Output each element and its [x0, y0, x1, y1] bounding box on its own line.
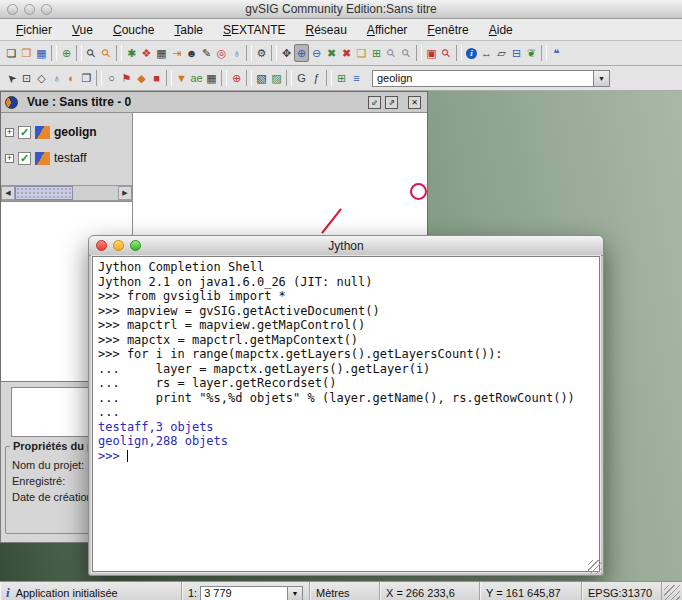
center-view-button[interactable]: ◎	[214, 44, 229, 62]
open-project-button[interactable]: ❐	[19, 44, 34, 62]
toolbar-button-icon: ❦	[527, 48, 536, 59]
Réseau[interactable]: Réseau	[295, 20, 356, 40]
toolbar-button-icon: ⚙	[257, 48, 267, 59]
export-image-button[interactable]: ▦	[154, 44, 169, 62]
layers-stack-button[interactable]: ⊞	[369, 44, 384, 62]
SEXTANTE[interactable]: SEXTANTE	[213, 20, 295, 40]
edit-table-button[interactable]: ▦	[204, 69, 219, 87]
toolbar-separator	[246, 45, 252, 61]
scrollbar-thumb[interactable]	[15, 186, 73, 200]
select-rectangle-button[interactable]: ⊡	[19, 69, 34, 87]
toolbar-separator	[326, 70, 332, 86]
locator-crosshair-button[interactable]: ⊕	[229, 69, 244, 87]
script-console-button[interactable]: ƒ	[309, 69, 324, 87]
measure-distance-button[interactable]: ↔	[479, 44, 494, 62]
filter-button[interactable]: ▼	[174, 69, 189, 87]
edit-note-button[interactable]: ✎	[199, 44, 214, 62]
select-layer-button[interactable]: ♁	[49, 69, 64, 87]
zoom-extent-button[interactable]: ✖	[324, 44, 339, 62]
toolbar-separator	[116, 45, 122, 61]
Fenêtre[interactable]: Fenêtre	[417, 20, 478, 40]
vector-tool-button[interactable]: ▨	[269, 69, 284, 87]
sextante-toolbox-button[interactable]: ✱	[124, 44, 139, 62]
toolbar-button-icon: ◎	[217, 48, 227, 59]
raster-tool-button[interactable]: ▧	[254, 69, 269, 87]
scroll-right-icon[interactable]: ▶	[118, 186, 132, 200]
zoom-out-button[interactable]: ⊖	[309, 44, 324, 62]
Aide[interactable]: Aide	[479, 20, 523, 40]
layer-visibility-checkbox[interactable]: ✓	[18, 126, 31, 139]
flag-tool-button[interactable]: ⚑	[119, 69, 134, 87]
zoom-manager-button[interactable]: ⚲	[99, 44, 114, 62]
jython-shell-console[interactable]: Jython Completion Shell Jython 2.1 on ja…	[92, 256, 600, 572]
zoom-pointer-button[interactable]: ⚲	[384, 44, 399, 62]
georeferencing-button[interactable]: G	[294, 69, 309, 87]
layer-visibility-button[interactable]: ❏	[354, 44, 369, 62]
toolbar-button-icon: ⊟	[512, 48, 521, 59]
window-title: gvSIG Community Edition:Sans titre	[0, 2, 682, 16]
save-project-button[interactable]: ▦	[34, 44, 49, 62]
combobox-dropdown-icon[interactable]: ▼	[593, 71, 609, 86]
statusbar-resize-grip[interactable]	[664, 585, 680, 600]
Afficher[interactable]: Afficher	[357, 20, 417, 40]
frame-view-button[interactable]: ▣	[424, 44, 439, 62]
overview-map-button[interactable]: ⊟	[509, 44, 524, 62]
tree-expander-icon[interactable]: +	[5, 128, 14, 137]
zoom-all-button[interactable]: ⚲	[399, 44, 414, 62]
toolbar-separator	[541, 45, 547, 61]
window-panel-button[interactable]: ❐	[79, 69, 94, 87]
geoprocessing-button[interactable]: ❖	[139, 44, 154, 62]
Vue[interactable]: Vue	[62, 20, 103, 40]
Couche[interactable]: Couche	[103, 20, 164, 40]
vue-minimize-button[interactable]: ⇙	[368, 96, 381, 109]
projection-segment[interactable]: EPSG:31370	[582, 582, 662, 600]
color-square-button[interactable]: ■	[149, 69, 164, 87]
Fichier[interactable]: Fichier	[6, 20, 62, 40]
layer-visibility-checkbox[interactable]: ✓	[18, 152, 31, 165]
toolbar-button-icon: ⊞	[372, 48, 381, 59]
new-document-button[interactable]: ❏	[4, 44, 19, 62]
toolbar-button-icon: ✎	[202, 48, 211, 59]
circle-tool-button[interactable]: ○	[104, 69, 119, 87]
select-pointer-button[interactable]: ➤	[4, 69, 19, 87]
scale-value-input[interactable]: 3 779	[200, 586, 288, 600]
window-resize-grip[interactable]	[588, 560, 602, 574]
scrollbar-track[interactable]	[15, 186, 118, 200]
vue-maximize-button[interactable]: ⇗	[385, 96, 398, 109]
jython-titlebar[interactable]: Jython	[89, 236, 603, 256]
alphanumeric-button[interactable]: ae	[189, 69, 204, 87]
add-layer-button[interactable]: ⊕	[59, 44, 74, 62]
scale-dropdown-icon[interactable]: ▼	[288, 586, 303, 600]
zoom-object-button[interactable]: ⚲	[439, 44, 454, 62]
preferences-button[interactable]: ⚙	[254, 44, 269, 62]
export-button[interactable]: ⇥	[169, 44, 184, 62]
toc-horizontal-scrollbar[interactable]: ◀ ▶	[1, 185, 132, 201]
select-polygon-button[interactable]: ◇	[34, 69, 49, 87]
zoom-back-button[interactable]: ✖	[339, 44, 354, 62]
tree-expander-icon[interactable]: +	[5, 154, 14, 163]
vue-close-button[interactable]: ✕	[408, 96, 421, 109]
jython-window[interactable]: Jython Jython Completion Shell Jython 2.…	[88, 235, 604, 576]
vue-window-titlebar[interactable]: Vue : Sans titre - 0 ⇙ ⇗ ✕	[1, 92, 427, 113]
refresh-view-button[interactable]: ◐	[64, 69, 79, 87]
measure-area-button[interactable]: ▱	[494, 44, 509, 62]
annotation-button[interactable]: ☻	[184, 44, 199, 62]
toolbar-button-icon: ▦	[156, 48, 166, 59]
scroll-left-icon[interactable]: ◀	[1, 186, 15, 200]
web-browser-button[interactable]: ♁	[229, 44, 244, 62]
toc-list-button[interactable]: ≡	[349, 69, 364, 87]
diamond-tool-button[interactable]: ◆	[134, 69, 149, 87]
layer-tree-row[interactable]: + ✓ testaff	[1, 145, 132, 171]
add-group-button[interactable]: ⊞	[334, 69, 349, 87]
zoom-in-button[interactable]: ⊕	[294, 44, 309, 62]
pan-button[interactable]: ✥	[279, 44, 294, 62]
zoom-previous-button[interactable]: ⚲	[84, 44, 99, 62]
hyperlink-button[interactable]: ❝	[549, 44, 564, 62]
Table[interactable]: Table	[164, 20, 213, 40]
toolbar-button-icon: ❏	[7, 48, 17, 59]
layer-selector-combobox[interactable]: geolign ▼	[372, 70, 610, 87]
symbology-button[interactable]: ❦	[524, 44, 539, 62]
info-button[interactable]: i	[464, 44, 479, 62]
toolbar-button-icon: ⇥	[172, 48, 181, 59]
layer-tree-row[interactable]: + ✓ geolign	[1, 119, 132, 145]
